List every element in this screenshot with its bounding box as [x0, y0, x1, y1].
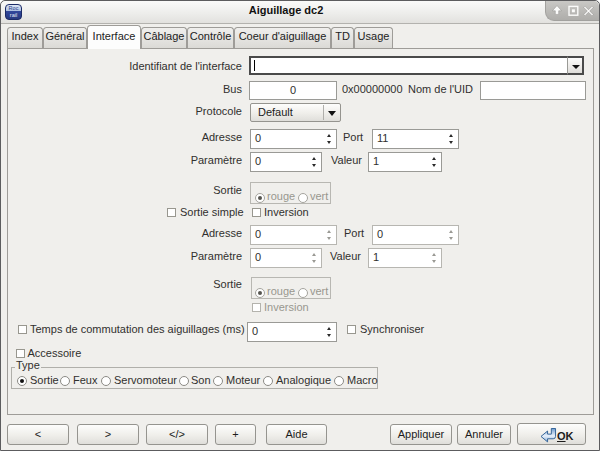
svg-text:Roc: Roc: [9, 5, 19, 11]
svg-text:rail: rail: [10, 12, 17, 18]
